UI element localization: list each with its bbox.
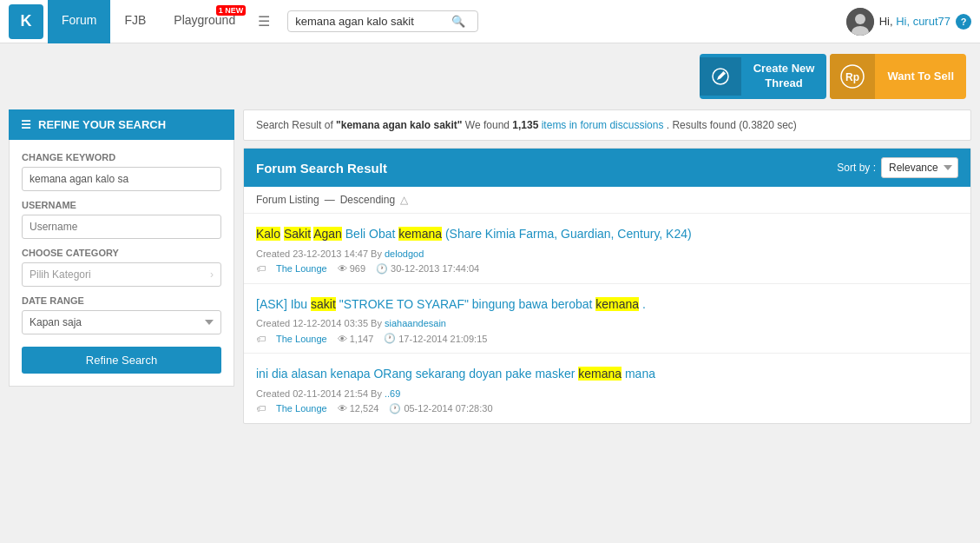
thread-link[interactable]: [ASK] Ibu sakit "STROKE TO SYARAF" bingu… [256,297,646,311]
tag-lounge[interactable]: The Lounge [276,334,327,344]
thread-tags: 🏷 The Lounge 👁 1,147 🕐 17-12-2014 21:09:… [256,333,958,344]
search-icon[interactable]: 🔍 [451,15,465,28]
pencil-icon [700,57,741,96]
username-label: USERNAME [22,200,221,210]
refine-search-button[interactable]: Refine Search [22,347,221,374]
create-thread-label: Create NewThread [741,55,827,98]
create-thread-button[interactable]: Create NewThread [700,54,827,99]
logo[interactable]: K [9,4,43,39]
eye-icon: 👁 [338,403,347,414]
eye-icon: 👁 [338,334,347,344]
result-box: Forum Search Result Sort by : Relevance … [243,148,971,424]
want-to-sell-label: Want To Sell [875,63,966,91]
thread-meta: Created 23-12-2013 14:47 By delodgod [256,248,958,259]
keyword-input[interactable] [22,167,221,191]
thread-tags: 🏷 The Lounge 👁 12,524 🕐 05-12-2014 07:28… [256,403,958,414]
thread-meta: Created 12-12-2014 03:35 By siahaandesai… [256,318,958,328]
list-icon[interactable]: ☰ [249,13,279,30]
svg-text:Rp: Rp [845,71,859,83]
date-item: 🕐 17-12-2014 21:09:15 [384,333,487,344]
sort-select[interactable]: Relevance Date Views [881,157,958,178]
want-to-sell-button[interactable]: Rp Want To Sell [830,54,966,99]
author-link[interactable]: siahaandesain [385,318,446,328]
svg-point-1 [855,14,865,24]
tag-icon: 🏷 [256,263,266,274]
user-area: Hi, Hi, curut77 ? [846,8,971,36]
category-label: CHOOSE CATEGORY [22,248,221,258]
clock-icon: 🕐 [376,263,388,275]
username-input[interactable] [22,215,221,239]
help-icon[interactable]: ? [956,14,971,30]
sort-by: Sort by : Relevance Date Views [837,157,958,178]
thread-tags: 🏷 The Lounge 👁 969 🕐 30-12-2013 17:44:04 [256,263,958,275]
clock-icon: 🕐 [384,333,396,344]
forum-listing-bar: Forum Listing — Descending △ [244,187,970,214]
table-row: [ASK] Ibu sakit "STROKE TO SYARAF" bingu… [244,284,970,354]
tag-icon: 🏷 [256,334,266,344]
playground-badge: 1 NEW [216,5,247,16]
result-info: Search Result of "kemana agan kalo sakit… [243,109,971,141]
search-input[interactable] [295,15,451,28]
tag-icon: 🏷 [256,403,266,414]
thread-title: ini dia alasan kenapa ORang sekarang doy… [256,366,958,383]
category-select[interactable]: Pilih Kategori › [22,262,221,287]
clock-icon: 🕐 [389,403,401,414]
action-area: Create NewThread Rp Want To Sell [0,43,980,109]
main-content: ☰ REFINE YOUR SEARCH CHANGE KEYWORD USER… [0,109,980,433]
tag-lounge[interactable]: The Lounge [276,263,327,274]
results: Search Result of "kemana agan kalo sakit… [243,109,971,424]
sidebar: ☰ REFINE YOUR SEARCH CHANGE KEYWORD USER… [9,109,234,424]
refine-body: CHANGE KEYWORD USERNAME CHOOSE CATEGORY … [9,140,234,387]
top-nav: K Forum FJB Playground 1 NEW ☰ 🔍 Hi, Hi,… [0,0,980,43]
hi-text: Hi, Hi, curut77 [879,15,950,28]
views-item: 👁 12,524 [338,403,379,414]
thread-meta: Created 02-11-2014 21:54 By ..69 [256,388,958,399]
date-item: 🕐 05-12-2014 07:28:30 [389,403,492,414]
date-item: 🕐 30-12-2013 17:44:04 [376,263,479,275]
eye-icon: 👁 [338,263,347,274]
rp-icon: Rp [830,54,875,99]
date-label: DATE RANGE [22,295,221,306]
nav-tab-playground[interactable]: Playground 1 NEW [160,0,249,43]
refine-header: ☰ REFINE YOUR SEARCH [9,109,234,140]
author-link[interactable]: ..69 [385,388,400,399]
thread-link[interactable]: Kalo Sakit Agan Beli Obat kemana (Share … [256,227,692,241]
thread-title: [ASK] Ibu sakit "STROKE TO SYARAF" bingu… [256,296,958,314]
tag-lounge[interactable]: The Lounge [276,403,327,414]
views-item: 👁 969 [338,263,365,274]
search-box: 🔍 [287,10,478,32]
toggle-icon[interactable]: ☰ [21,118,31,131]
thread-title: Kalo Sakit Agan Beli Obat kemana (Share … [256,226,958,243]
date-select[interactable]: Kapan saja Hari ini Minggu ini Bulan ini [22,310,221,334]
table-row: Kalo Sakit Agan Beli Obat kemana (Share … [244,214,970,284]
result-title-bar: Forum Search Result Sort by : Relevance … [244,149,970,187]
nav-tab-forum[interactable]: Forum [48,0,110,43]
author-link[interactable]: delodgod [385,248,424,259]
sort-direction-icon[interactable]: △ [400,194,408,206]
avatar [846,8,874,36]
thread-link[interactable]: ini dia alasan kenapa ORang sekarang doy… [256,367,655,381]
nav-tab-fjb[interactable]: FJB [110,0,160,43]
views-item: 👁 1,147 [338,334,374,344]
table-row: ini dia alasan kenapa ORang sekarang doy… [244,354,970,423]
keyword-label: CHANGE KEYWORD [22,152,221,162]
